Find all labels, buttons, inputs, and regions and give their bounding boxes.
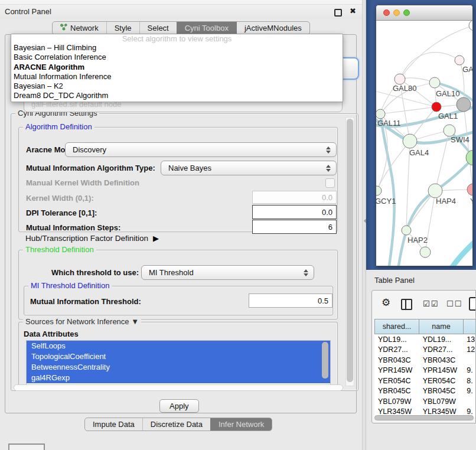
tab-impute-data[interactable]: Impute Data bbox=[85, 418, 142, 431]
table-cell: 12 bbox=[463, 345, 476, 354]
tab-label: Infer Network bbox=[219, 420, 264, 429]
node-label: HAP4 bbox=[436, 197, 456, 206]
table-row[interactable]: YBL079WYBL079W bbox=[374, 396, 476, 407]
data-attributes-label: Data Attributes bbox=[24, 330, 79, 338]
network-node-gal10[interactable] bbox=[429, 77, 440, 88]
tab-select[interactable]: Select bbox=[139, 22, 177, 34]
network-edge bbox=[399, 158, 472, 266]
network-node-gal1[interactable] bbox=[432, 102, 441, 112]
kernel-width-field[interactable]: 0.0 bbox=[252, 191, 337, 204]
network-window-titlebar[interactable] bbox=[376, 5, 472, 21]
document-icon[interactable] bbox=[469, 297, 476, 311]
table-row[interactable]: YPR145WYPR145W9. bbox=[374, 366, 476, 376]
table-row[interactable]: YDL19...YDL19...13 bbox=[374, 334, 476, 345]
table-row[interactable]: YDR27...YDR27...12 bbox=[374, 345, 476, 356]
table-row[interactable]: YER054CYER054C8. bbox=[374, 376, 476, 386]
network-node-gal[interactable] bbox=[455, 56, 464, 65]
tab-label: Style bbox=[115, 24, 132, 32]
tab-discretize-data[interactable]: Discretize Data bbox=[142, 418, 210, 431]
tab-label: Network bbox=[70, 24, 99, 32]
attribute-item[interactable]: gal4RGexp bbox=[27, 373, 330, 383]
tab-style[interactable]: Style bbox=[106, 22, 139, 34]
algorithm-option[interactable]: Basic Correlation Inference bbox=[11, 53, 343, 62]
table-cell: YBR045C bbox=[419, 387, 464, 395]
network-node-gal11[interactable] bbox=[376, 109, 385, 119]
which-threshold-combo[interactable]: MI Threshold bbox=[141, 265, 314, 280]
zoom-light[interactable] bbox=[403, 9, 410, 16]
node-label: GAL11 bbox=[377, 119, 401, 128]
mi-threshold-field[interactable]: 0.5 bbox=[249, 294, 332, 308]
table-cell: YER054C bbox=[374, 377, 419, 385]
algorithm-option[interactable]: Dream8 DC_TDC Algorithm bbox=[11, 91, 343, 100]
dpi-tolerance-field[interactable]: 0.0 bbox=[252, 205, 337, 219]
control-panel-title: Control Panel bbox=[5, 7, 51, 16]
checked-pair-icon[interactable]: ☑☑ bbox=[423, 299, 439, 308]
manual-kernel-checkbox[interactable] bbox=[325, 178, 335, 188]
column-header[interactable]: name bbox=[419, 319, 464, 334]
tab-infer-network[interactable]: Infer Network bbox=[210, 418, 272, 431]
network-node-swi4[interactable] bbox=[444, 125, 455, 136]
algorithm-option[interactable]: Bayesian – K2 bbox=[11, 81, 343, 91]
network-node-gal80[interactable] bbox=[395, 74, 405, 84]
node-label: GAL4 bbox=[409, 148, 429, 157]
columns-icon[interactable] bbox=[401, 299, 412, 310]
close-light[interactable] bbox=[383, 9, 390, 16]
aracne-mode-value: Discovery bbox=[73, 145, 106, 154]
hub-definition-toggle[interactable]: Hub/Transcription Factor Definition ▶ bbox=[25, 234, 159, 243]
network-node-y[interactable] bbox=[467, 184, 472, 195]
table-cell: YDR27... bbox=[374, 345, 419, 354]
algorithm-dropdown: Select algorithm to view settings Bayesi… bbox=[11, 34, 343, 102]
network-node-hap2[interactable] bbox=[402, 226, 411, 235]
tab-jactivemnodules[interactable]: jActiveMNodules bbox=[236, 22, 309, 34]
settings-hscrollbar[interactable] bbox=[14, 384, 343, 391]
sources-group: Sources for Network Inference ▼ Data Att… bbox=[18, 322, 338, 389]
network-view-window[interactable]: GAL80GAL10GAL1GAL11SWI4GAL4GCY1HAP4YHAP2… bbox=[376, 5, 473, 266]
settings-scrollbar-thumb[interactable] bbox=[347, 119, 353, 382]
network-node-hap4[interactable] bbox=[428, 184, 442, 198]
settings-scrollbar[interactable] bbox=[345, 117, 354, 386]
attribute-item[interactable]: TopologicalCoefficient bbox=[27, 351, 330, 362]
network-node-gal4[interactable] bbox=[403, 134, 417, 148]
table-cell: 9. bbox=[463, 366, 476, 374]
gear-icon[interactable]: ⚙ bbox=[382, 298, 390, 308]
apply-button[interactable]: Apply bbox=[159, 399, 199, 413]
network-node[interactable] bbox=[420, 247, 431, 257]
minimized-widget[interactable] bbox=[8, 444, 45, 450]
float-icon[interactable] bbox=[334, 9, 342, 17]
network-desktop: GAL80GAL10GAL1GAL11SWI4GAL4GCY1HAP4YHAP2… bbox=[366, 0, 476, 270]
table-hscrollbar[interactable] bbox=[374, 415, 474, 420]
table-row[interactable]: YBR045CYBR045C9. bbox=[374, 386, 476, 397]
close-icon[interactable]: ✖ bbox=[350, 6, 356, 15]
tab-network[interactable]: Network bbox=[53, 22, 106, 34]
kernel-width-label: Kernel Width (0,1): bbox=[26, 194, 94, 203]
table-row[interactable]: YBR043CYBR043C bbox=[374, 355, 476, 366]
minimize-light[interactable] bbox=[393, 9, 400, 16]
table-cell: 13 bbox=[463, 335, 476, 344]
aracne-mode-combo[interactable]: Discovery bbox=[65, 142, 337, 157]
table-cell: YDL19... bbox=[419, 335, 464, 344]
column-header[interactable] bbox=[464, 319, 476, 334]
node-label: GCY1 bbox=[376, 197, 396, 206]
column-header[interactable]: shared... bbox=[374, 319, 419, 334]
mi-type-combo[interactable]: Naive Bayes bbox=[161, 161, 337, 175]
network-node[interactable] bbox=[457, 97, 471, 112]
node-label: GAL80 bbox=[393, 84, 416, 93]
attribute-item[interactable]: SelfLoops bbox=[27, 341, 330, 351]
data-attributes-list: SelfLoopsTopologicalCoefficientBetweenne… bbox=[26, 340, 331, 385]
panel-splitter[interactable] bbox=[362, 0, 366, 450]
table-panel: Table Panel ⚙ ☑☑ ☐☐ shared...name YDL19.… bbox=[366, 270, 476, 450]
attribute-item[interactable]: BetweennessCentrality bbox=[27, 362, 330, 373]
algorithm-option[interactable]: ARACNE Algorithm bbox=[11, 63, 343, 72]
mi-steps-field[interactable]: 6 bbox=[252, 220, 337, 234]
network-canvas[interactable]: GAL80GAL10GAL1GAL11SWI4GAL4GCY1HAP4YHAP2… bbox=[376, 21, 472, 266]
tab-label: Select bbox=[148, 24, 169, 32]
tab-cyni-toolbox[interactable]: Cyni Toolbox bbox=[177, 22, 236, 34]
algorithm-definition-legend: Algorithm Definition bbox=[23, 122, 94, 131]
algorithm-option[interactable]: Mutual Information Inference bbox=[11, 72, 343, 81]
network-node[interactable] bbox=[469, 21, 472, 31]
list-scrollbar-thumb[interactable] bbox=[322, 342, 328, 379]
algorithm-option[interactable]: Bayesian – Hill Climbing bbox=[11, 43, 343, 53]
sources-legend[interactable]: Sources for Network Inference ▼ bbox=[23, 317, 141, 326]
unchecked-pair-icon[interactable]: ☐☐ bbox=[446, 299, 462, 308]
network-node-gcy1[interactable] bbox=[376, 186, 382, 195]
